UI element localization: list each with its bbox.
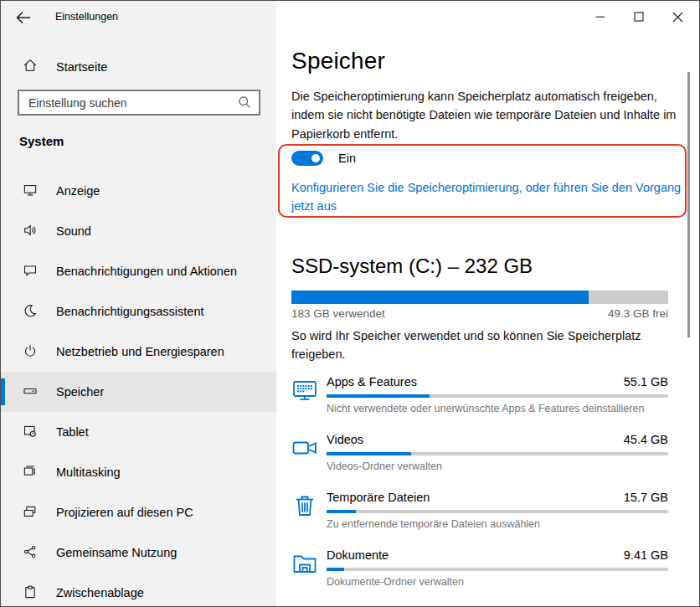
titlebar: Einstellungen xyxy=(1,1,276,34)
moon-icon xyxy=(23,303,38,318)
sidebar-item-benachrichtigungen[interactable]: Benachrichtigungen und Aktionen xyxy=(1,251,276,291)
search-icon xyxy=(237,95,259,111)
sidebar-item-zwischenablage[interactable]: Zwischenablage xyxy=(1,573,276,606)
sidebar-item-anzeige[interactable]: Anzeige xyxy=(1,171,276,211)
category-name: Apps & Features xyxy=(327,375,417,388)
page-title: Speicher xyxy=(291,48,385,75)
main-content: Speicher Die Speicheroptimierung kann Sp… xyxy=(276,1,699,606)
home-icon xyxy=(23,58,38,73)
storage-sense-toggle-row: Ein xyxy=(291,150,356,167)
free-label: 49.3 GB frei xyxy=(608,307,668,320)
sidebar-item-label: Startseite xyxy=(56,60,107,74)
minimize-button[interactable] xyxy=(592,8,609,25)
storage-sense-toggle[interactable] xyxy=(291,151,323,166)
search-input[interactable] xyxy=(19,96,237,110)
sidebar-item-benachrichtigungsassistent[interactable]: Benachrichtigungsassistent xyxy=(1,291,276,332)
back-button[interactable] xyxy=(14,8,34,27)
tablet-icon xyxy=(23,424,38,439)
category-usage-bar xyxy=(327,452,668,455)
category-apps-features[interactable]: Apps & Features 55.1 GB Nicht verwendete… xyxy=(291,369,668,427)
storage-sense-description: Die Speicheroptimierung kann Speicherpla… xyxy=(291,87,678,143)
category-caption: Nicht verwendete oder unerwünschte Apps … xyxy=(327,403,668,414)
drive-icon xyxy=(23,383,38,399)
category-temporary-files[interactable]: Temporäre Dateien 15.7 GB Zu entfernende… xyxy=(291,485,668,543)
apps-icon xyxy=(291,377,318,404)
app-title: Einstellungen xyxy=(55,11,118,23)
category-name: Dokumente xyxy=(327,548,389,562)
toggle-knob xyxy=(311,154,320,162)
sidebar-item-home[interactable]: Startseite xyxy=(1,51,276,83)
trash-icon xyxy=(291,492,318,519)
storage-categories: Apps & Features 55.1 GB Nicht verwendete… xyxy=(291,369,668,600)
sidebar-nav: Anzeige Sound Benachrichtigungen und Akt… xyxy=(1,171,276,606)
drive-usage-labels: 183 GB verwendet 49.3 GB frei xyxy=(291,307,668,320)
search-box xyxy=(18,90,260,116)
sidebar-item-gemeinsame-nutzung[interactable]: Gemeinsame Nutzung xyxy=(1,532,276,573)
multitasking-icon xyxy=(23,464,38,479)
category-name: Videos xyxy=(327,433,363,446)
display-icon xyxy=(23,183,38,198)
drive-usage-bar xyxy=(291,291,668,304)
sound-icon xyxy=(23,223,38,238)
category-usage-bar xyxy=(327,568,668,571)
category-size: 9.41 GB xyxy=(624,548,668,562)
category-videos[interactable]: Videos 45.4 GB Videos-Ordner verwalten xyxy=(291,427,668,485)
toggle-state-label: Ein xyxy=(338,152,356,165)
sidebar-item-netzbetrieb[interactable]: Netzbetrieb und Energiesparen xyxy=(1,332,276,372)
category-caption: Zu entfernende temporäre Dateien auswähl… xyxy=(327,518,668,530)
clipboard-icon xyxy=(23,584,38,599)
comment-icon xyxy=(23,263,38,278)
sidebar-item-speicher[interactable]: Speicher xyxy=(1,372,276,412)
sidebar-item-multitasking[interactable]: Multitasking xyxy=(1,452,276,492)
sidebar: Einstellungen Startseite System Anzeige xyxy=(1,1,276,606)
scrollbar-thumb[interactable] xyxy=(687,72,690,337)
category-caption: Videos-Ordner verwalten xyxy=(327,460,668,472)
folder-icon xyxy=(291,550,318,577)
sidebar-item-tablet[interactable]: Tablet xyxy=(1,412,276,452)
back-arrow-icon xyxy=(14,8,33,27)
settings-window: Einstellungen Startseite System Anzeige xyxy=(0,0,700,607)
category-name: Temporäre Dateien xyxy=(327,491,430,504)
window-controls xyxy=(592,8,686,25)
maximize-button[interactable] xyxy=(631,8,647,25)
sidebar-item-projizieren[interactable]: Projizieren auf diesen PC xyxy=(1,492,276,532)
configure-storage-sense-link[interactable]: Konfigurieren Sie die Speicheroptimierun… xyxy=(291,178,683,216)
used-label: 183 GB verwendet xyxy=(291,307,385,320)
category-usage-bar xyxy=(327,510,668,513)
power-icon xyxy=(23,343,38,358)
project-icon xyxy=(23,504,38,519)
category-usage-bar xyxy=(327,394,668,398)
category-caption: Dokumente-Ordner verwalten xyxy=(327,576,668,588)
category-size: 15.7 GB xyxy=(624,491,668,504)
category-documents[interactable]: Dokumente 9.41 GB Dokumente-Ordner verwa… xyxy=(291,543,668,600)
video-camera-icon xyxy=(291,435,318,461)
usage-intro: So wird Ihr Speicher verwendet und so kö… xyxy=(291,327,664,364)
share-icon xyxy=(23,544,38,559)
drive-usage-fill xyxy=(291,291,589,304)
drive-title: SSD-system (C:) – 232 GB xyxy=(291,255,533,278)
close-button[interactable] xyxy=(669,8,686,25)
sidebar-item-sound[interactable]: Sound xyxy=(1,211,276,251)
section-header-system: System xyxy=(19,134,64,148)
category-size: 55.1 GB xyxy=(624,375,668,388)
category-size: 45.4 GB xyxy=(624,433,668,446)
